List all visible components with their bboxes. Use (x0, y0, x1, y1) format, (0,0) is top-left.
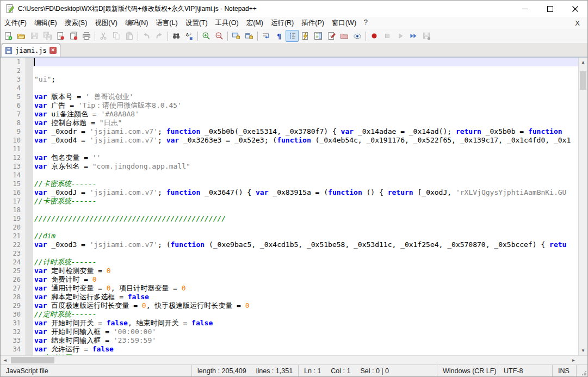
code-view[interactable]: 123"ui";45var 版本号 = ' 兽哥说创业'6var 广告 = 'T… (1, 58, 578, 355)
folder-as-workspace-icon[interactable] (338, 30, 351, 42)
replace-icon[interactable]: AB (183, 30, 196, 42)
fold-margin (26, 153, 33, 162)
horizontal-scrollbar[interactable]: ◄ ► (1, 355, 587, 364)
menu-item-6[interactable]: 设置(T) (182, 17, 212, 29)
code-line[interactable]: 21//dim (1, 232, 578, 240)
fold-margin (26, 214, 33, 223)
menu-item-5[interactable]: 语言(L) (152, 17, 181, 29)
resize-grip[interactable] (577, 365, 587, 376)
indent-guide-icon[interactable] (286, 30, 299, 42)
title-bar: C:\Users\FD\Desktop\WX福D[最新版代码+修改版权+永久VI… (1, 1, 587, 17)
find-icon[interactable] (170, 30, 183, 42)
code-line[interactable]: 7var ui备注颜色 = '#A8A8A8' (1, 110, 578, 119)
fold-margin (26, 319, 33, 327)
code-line[interactable]: 25var 定时检测变量 = 0 (1, 267, 578, 275)
code-text: var _0xodr = 'jsjiami.com.v7'; function … (33, 127, 578, 136)
line-number: 32 (1, 327, 26, 336)
menu-item-12[interactable]: ? (360, 17, 372, 29)
maximize-button[interactable] (537, 1, 562, 17)
tab-close-icon[interactable]: ✕ (49, 47, 57, 54)
open-icon[interactable] (15, 30, 28, 42)
macro-run-multiple-icon[interactable] (407, 30, 420, 42)
menu-item-9[interactable]: 运行(R) (267, 17, 298, 29)
fold-margin (26, 136, 33, 145)
fold-margin (26, 127, 33, 136)
code-line[interactable]: 27var 通用计时变量 = 0, 项目计时器变量 = 0 (1, 284, 578, 293)
cut-icon (97, 30, 110, 42)
code-line[interactable]: 5var 版本号 = ' 兽哥说创业' (1, 92, 578, 101)
menu-item-11[interactable]: 窗口(W) (328, 17, 360, 29)
code-line[interactable]: 26var 免费计时 = 0 (1, 275, 578, 284)
menu-item-0[interactable]: 文件(F) (1, 17, 30, 29)
scroll-up-icon[interactable]: ▲ (579, 58, 587, 67)
scroll-right-icon[interactable]: ► (569, 358, 578, 363)
code-line[interactable]: 13var 京东包名 = "com.jingdong.app.mall" (1, 162, 578, 171)
code-line[interactable]: 3"ui"; (1, 75, 578, 84)
code-line[interactable]: 32var 开始时间输入框 = '00:00:00' (1, 327, 578, 336)
menubar-close-icon[interactable]: X (573, 19, 582, 27)
line-number: 14 (1, 171, 26, 180)
zoom-in-icon[interactable] (200, 30, 213, 42)
user-defined-language-icon[interactable] (299, 30, 312, 42)
zoom-out-icon[interactable] (213, 30, 226, 42)
fold-margin (26, 301, 33, 310)
code-line[interactable]: 19//////////////////////////////////////… (1, 214, 578, 223)
code-line[interactable]: 10var _0xod4 = 'jsjiami.com.v7'; var _0x… (1, 136, 578, 145)
code-line[interactable]: 31var 开始时间开关 = false, 结束时间开关 = false (1, 319, 578, 327)
code-line[interactable]: 8var 控制台标题 = "日志" (1, 119, 578, 127)
code-line[interactable]: 15//卡密系统------ (1, 180, 578, 188)
scroll-down-icon[interactable]: ▼ (579, 346, 587, 355)
sync-vertical-icon[interactable] (230, 30, 243, 42)
code-line[interactable]: 24//计时系统------ (1, 258, 578, 267)
menu-item-7[interactable]: 工具(O) (212, 17, 243, 29)
status-length: length : 205,409 (197, 367, 246, 375)
minimize-button[interactable] (512, 1, 537, 17)
code-line[interactable]: 35//定时设置------ (1, 354, 578, 355)
code-line[interactable]: 17//卡密系统------ (1, 197, 578, 206)
macro-record-icon[interactable] (368, 30, 381, 42)
word-wrap-icon[interactable] (259, 30, 273, 42)
scroll-left-icon[interactable]: ◄ (1, 358, 10, 363)
code-line[interactable]: 34var 允许运行 = false (1, 345, 578, 354)
menu-item-2[interactable]: 搜索(S) (61, 17, 91, 29)
code-text: var 版本号 = ' 兽哥说创业' (33, 92, 578, 101)
code-line[interactable]: 30//定时系统------ (1, 310, 578, 319)
code-line[interactable]: 29var 百度极速版运行时长变量 = 0, 快手极速版运行时长变量 = 0 (1, 301, 578, 310)
sync-horizontal-icon[interactable] (243, 30, 256, 42)
vertical-scroll-thumb[interactable] (580, 71, 586, 90)
tab-jiami-js[interactable]: jiami.js ✕ (2, 44, 60, 57)
menu-item-8[interactable]: 宏(M) (243, 17, 267, 29)
fold-margin (26, 354, 33, 355)
code-line[interactable]: 22var _0xod3 = 'jsjiami.com.v7'; (functi… (1, 240, 578, 249)
toolbar-separator (168, 32, 168, 41)
code-line[interactable]: 1 (1, 58, 578, 66)
horizontal-scroll-thumb[interactable] (11, 357, 54, 363)
menu-item-1[interactable]: 编辑(E) (30, 17, 61, 29)
code-line[interactable]: 20 (1, 223, 578, 232)
monitoring-icon[interactable] (351, 30, 364, 42)
code-line[interactable]: 23 (1, 249, 578, 258)
menu-item-4[interactable]: 编码(N) (121, 17, 152, 29)
document-map-icon[interactable] (312, 30, 325, 42)
new-file-icon[interactable] (2, 30, 15, 42)
menu-item-10[interactable]: 插件(P) (298, 17, 328, 29)
print-icon[interactable] (80, 30, 93, 42)
code-line[interactable]: 6var 广告 = 'Tip：请使用微信版本8.0.45' (1, 101, 578, 110)
code-line[interactable]: 4 (1, 84, 578, 92)
vertical-scrollbar[interactable]: ▲ ▼ (578, 58, 587, 355)
close-doc-icon[interactable] (54, 30, 67, 42)
close-button[interactable] (562, 1, 587, 17)
code-line[interactable]: 14 (1, 171, 578, 180)
show-all-characters-icon[interactable]: ¶ (273, 30, 286, 42)
close-all-icon[interactable] (67, 30, 80, 42)
menu-item-3[interactable]: 视图(V) (91, 17, 121, 29)
function-list-icon[interactable] (325, 30, 338, 42)
code-line[interactable]: 16var _0xodJ = 'jsjiami.com.v7'; functio… (1, 188, 578, 197)
code-line[interactable]: 12var 包名变量 = '' (1, 153, 578, 162)
code-line[interactable]: 28var 脚本定时运行多选框 = false (1, 293, 578, 301)
code-line[interactable]: 33var 结束时间输入框 = '23:59:59' (1, 336, 578, 345)
code-line[interactable]: 2 (1, 66, 578, 75)
code-line[interactable]: 18 (1, 206, 578, 214)
code-line[interactable]: 11 (1, 145, 578, 153)
code-line[interactable]: 9var _0xodr = 'jsjiami.com.v7'; function… (1, 127, 578, 136)
